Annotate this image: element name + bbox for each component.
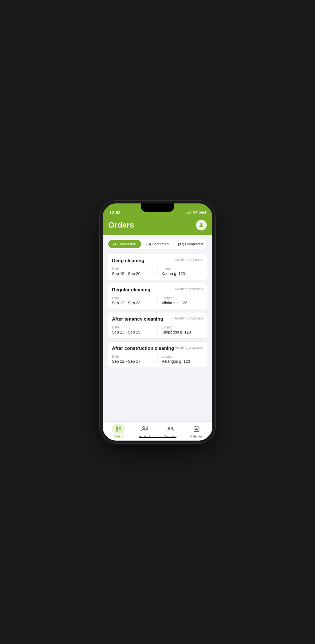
nav-orders-icon-wrap: [112, 424, 125, 434]
battery-icon: [199, 211, 206, 214]
order-location-col: Location Vilniaus g. 123: [162, 296, 203, 305]
tab-confirmed[interactable]: (0) Confirmed: [141, 240, 174, 248]
svg-point-0: [200, 223, 202, 225]
date-value: Sep 12 - Sep 23: [112, 301, 154, 305]
tab-confirmed-label: Confirmed: [152, 242, 168, 246]
location-label: Location: [162, 355, 203, 359]
content-area: (4) Requested (0) Confirmed (37) Complet…: [103, 235, 212, 420]
svg-rect-1: [116, 427, 118, 429]
tabs-container: (4) Requested (0) Confirmed (37) Complet…: [103, 235, 212, 252]
location-value: Kauno g. 123: [162, 271, 203, 276]
order-details: Date Sep 12 - Sep 17 Location Palangos g…: [112, 355, 203, 364]
order-location-col: Location Klaipėdos g. 123: [162, 325, 203, 334]
nav-item-orders[interactable]: Orders: [110, 424, 127, 438]
status-time: 12:53: [109, 210, 121, 215]
order-card-header: After tenancy cleaning Awaiting proposal…: [112, 316, 203, 322]
nav-account-icon-wrap: [138, 424, 151, 434]
header: Orders: [103, 217, 212, 235]
svg-rect-5: [146, 427, 148, 428]
order-details: Date Sep 13 - Sep 19 Location Klaipėdos …: [112, 325, 203, 334]
status-bar: 12:53: [103, 203, 212, 217]
tabs: (4) Requested (0) Confirmed (37) Complet…: [107, 239, 208, 249]
location-label: Location: [162, 267, 203, 271]
location-value: Klaipėdos g. 123: [162, 330, 203, 334]
nav-calendar-icon-wrap: [190, 424, 203, 434]
order-title: After construction cleaning: [112, 346, 174, 351]
account-icon: [141, 426, 148, 432]
wifi-icon: [193, 211, 197, 214]
svg-rect-3: [116, 429, 118, 432]
tab-requested[interactable]: (4) Requested: [108, 240, 141, 248]
date-label: Date: [112, 325, 154, 329]
order-card-header: Deep cleaning Awaiting proposals: [112, 258, 203, 264]
nav-orders-label: Orders: [114, 435, 123, 438]
tab-completed-count: (37): [178, 242, 184, 246]
tab-completed-label: Completed: [185, 242, 203, 246]
table-row[interactable]: Deep cleaning Awaiting proposals Date Se…: [107, 254, 208, 280]
order-location-col: Location Palangos g. 123: [162, 355, 203, 364]
order-title: Regular cleaning: [112, 287, 150, 293]
nav-item-account[interactable]: Account: [136, 424, 153, 438]
table-row[interactable]: After tenancy cleaning Awaiting proposal…: [107, 312, 208, 339]
order-title: Deep cleaning: [112, 258, 144, 264]
table-row[interactable]: After construction cleaning Awaiting pro…: [107, 341, 208, 368]
date-value: Sep 12 - Sep 17: [112, 359, 154, 364]
status-icons: [185, 211, 206, 214]
order-status: Awaiting proposals: [175, 258, 203, 262]
orders-icon: [115, 426, 122, 432]
location-value: Vilniaus g. 123: [162, 301, 203, 305]
avatar-button[interactable]: [196, 220, 207, 230]
nav-calendar-label: Calendar: [190, 435, 203, 438]
tab-confirmed-count: (0): [147, 242, 151, 246]
location-value: Palangos g. 123: [162, 359, 203, 364]
order-card-header: Regular cleaning Awaiting proposals: [112, 287, 203, 293]
table-row[interactable]: Regular cleaning Awaiting proposals Date…: [107, 283, 208, 309]
order-date-col: Date Sep 15 - Sep 20: [112, 267, 158, 276]
nav-company-icon-wrap: [164, 424, 177, 434]
date-label: Date: [112, 355, 154, 359]
order-details: Date Sep 15 - Sep 20 Location Kauno g. 1…: [112, 267, 203, 276]
svg-point-4: [143, 427, 145, 429]
tab-requested-count: (4): [113, 242, 118, 246]
order-date-col: Date Sep 13 - Sep 19: [112, 325, 158, 334]
order-status: Awaiting proposals: [175, 346, 203, 350]
date-value: Sep 13 - Sep 19: [112, 330, 154, 334]
order-card-header: After construction cleaning Awaiting pro…: [112, 346, 203, 351]
order-date-col: Date Sep 12 - Sep 17: [112, 355, 158, 364]
date-value: Sep 15 - Sep 20: [112, 271, 154, 276]
svg-rect-10: [194, 427, 199, 432]
nav-item-calendar[interactable]: Calendar: [188, 424, 205, 438]
person-icon: [198, 222, 204, 228]
order-status: Awaiting proposals: [175, 287, 203, 291]
svg-rect-14: [195, 429, 196, 430]
date-label: Date: [112, 267, 154, 271]
date-label: Date: [112, 296, 154, 300]
company-icon: [166, 426, 174, 432]
svg-rect-15: [197, 429, 198, 430]
orders-list: Deep cleaning Awaiting proposals Date Se…: [103, 252, 212, 369]
order-details: Date Sep 12 - Sep 23 Location Vilniaus g…: [112, 296, 203, 305]
order-title: After tenancy cleaning: [112, 316, 163, 322]
page-title: Orders: [108, 221, 134, 230]
order-date-col: Date Sep 12 - Sep 23: [112, 296, 158, 305]
location-label: Location: [162, 296, 203, 300]
home-indicator: [139, 437, 176, 438]
phone-frame: 12:53 Orders: [103, 203, 212, 441]
tab-completed[interactable]: (37) Completed: [174, 240, 207, 248]
svg-point-9: [171, 427, 173, 429]
order-location-col: Location Kauno g. 123: [162, 267, 203, 276]
order-status: Awaiting proposals: [175, 316, 203, 320]
tab-requested-label: Requested: [118, 242, 136, 246]
signal-icon: [185, 211, 191, 214]
svg-point-8: [168, 427, 170, 429]
calendar-icon: [193, 426, 200, 432]
location-label: Location: [162, 325, 203, 329]
notch: [141, 203, 174, 212]
svg-rect-2: [119, 427, 121, 429]
nav-item-company[interactable]: Company: [162, 424, 179, 438]
